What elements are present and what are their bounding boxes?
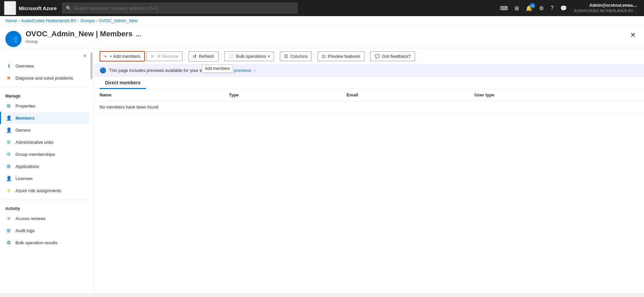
sidebar-item-label-audit-logs: Audit logs — [15, 228, 35, 233]
sidebar-item-azure-role[interactable]: ★ Azure role assignments — [0, 184, 89, 197]
col-name: Name — [94, 89, 223, 101]
bulk-ops-icon: ♻ — [5, 239, 12, 246]
got-feedback-button[interactable]: 💬 Got feedback? — [370, 51, 415, 61]
sidebar-item-bulk-ops[interactable]: ♻ Bulk operation results — [0, 237, 89, 249]
sidebar-item-members[interactable]: 👤 Members — [0, 112, 89, 124]
remove-button[interactable]: ✕ ✕ Remove — [146, 51, 183, 61]
columns-button[interactable]: ☰ Columns — [280, 51, 312, 61]
help-button[interactable]: ? — [548, 3, 556, 13]
group-avatar-icon: 👥 — [9, 35, 18, 43]
group-memberships-icon: ⚙ — [5, 151, 12, 158]
bulk-ops-icon: 📄 — [229, 54, 234, 59]
sidebar-main: « ℹ Overview ✖ Diagnose and solve proble… — [0, 51, 89, 249]
admin-units-icon: ⚙ — [5, 139, 12, 145]
toolbar-divider-4 — [314, 52, 315, 60]
preview-banner-icon: 🔵 — [100, 67, 106, 74]
sidebar-item-diagnose[interactable]: ✖ Diagnose and solve problems — [0, 72, 89, 84]
collapse-icon: « — [83, 52, 86, 58]
toolbar-divider-5 — [367, 52, 368, 60]
feedback-icon-toolbar: 💬 — [375, 54, 380, 59]
search-icon: 🔍 — [66, 6, 71, 11]
search-bar[interactable]: 🔍 — [62, 3, 298, 13]
user-account[interactable]: Admin@ocshost.emea.... AUDIOCODES NETHER… — [571, 3, 640, 13]
applications-icon: ⊞ — [5, 163, 12, 170]
close-button[interactable]: ✕ — [628, 30, 639, 40]
sidebar-item-overview[interactable]: ℹ Overview — [0, 60, 89, 72]
azure-logo: Microsoft Azure — [19, 5, 57, 11]
tab-direct-members[interactable]: Direct members — [100, 77, 146, 89]
toolbar-divider-3 — [277, 52, 277, 60]
empty-message: No members have been found — [94, 101, 644, 113]
breadcrumb-groups[interactable]: Groups — [81, 18, 95, 23]
more-options-button[interactable]: ... — [136, 31, 142, 37]
got-feedback-label: Got feedback? — [382, 54, 411, 59]
breadcrumb-tenant[interactable]: AudioCodes Netherlands BV — [21, 18, 77, 23]
add-members-button[interactable]: + + Add members — [100, 51, 145, 61]
toolbar-divider-1 — [185, 52, 186, 60]
add-members-label: + Add members — [110, 54, 140, 59]
sidebar-item-owners[interactable]: 👤 Owners — [0, 124, 89, 136]
add-members-tooltip: Add members — [202, 65, 233, 73]
sidebar-item-properties[interactable]: ⊞ Properties — [0, 100, 89, 112]
notifications-button[interactable]: 🔔 15 — [523, 3, 535, 13]
sidebar-item-applications[interactable]: ⊞ Applications — [0, 160, 89, 172]
user-org: AUDIOCODES NETHERLANDS BV ... — [574, 8, 637, 13]
breadcrumb: Home › AudioCodes Netherlands BV › Group… — [0, 16, 644, 26]
toolbar: + + Add members ✕ ✕ Remove ↺ Refresh 📄 B… — [94, 48, 644, 65]
breadcrumb-group-name[interactable]: OVOC_Admin_New — [99, 18, 138, 23]
nav-icons: ⌨ ⊞ 🔔 15 ⚙ ? 💬 Admin@ocshost.emea.... AU… — [497, 3, 640, 13]
sidebar-item-label-diagnose: Diagnose and solve problems — [15, 76, 73, 81]
breadcrumb-sep-2: › — [78, 19, 79, 23]
sidebar-item-admin-units[interactable]: ⚙ Administrative units — [0, 136, 89, 148]
sidebar-item-label-properties: Properties — [15, 103, 35, 109]
sidebar-item-audit-logs[interactable]: ⊞ Audit logs — [0, 224, 89, 237]
table-body: No members have been found — [94, 101, 644, 113]
sidebar-collapse-button[interactable]: « — [0, 51, 89, 60]
cloud-shell-button[interactable]: ⌨ — [497, 3, 510, 13]
sidebar-item-group-memberships[interactable]: ⚙ Group memberships — [0, 148, 89, 160]
breadcrumb-sep-3: › — [96, 19, 98, 23]
col-email: Email — [341, 89, 469, 101]
top-navigation: ☰ Microsoft Azure 🔍 ⌨ ⊞ 🔔 15 ⚙ ? 💬 Admin… — [0, 0, 644, 16]
feedback-button[interactable]: 💬 — [558, 3, 570, 13]
preview-banner: 🔵 This page includes previews available … — [94, 65, 644, 77]
page-header: 👥 OVOC_Admin_New | Members ... Group ✕ — [0, 26, 644, 48]
cloud-shell-icon: ⌨ — [500, 5, 508, 11]
table-empty-row: No members have been found — [94, 101, 644, 113]
bulk-operations-button[interactable]: 📄 Bulk operations ▾ — [224, 51, 274, 61]
directory-button[interactable]: ⊞ — [512, 3, 522, 13]
table-content: Name Type Email User type No members hav… — [94, 89, 644, 293]
columns-icon: ☰ — [284, 54, 288, 59]
sidebar-item-access-reviews[interactable]: ≡ Access reviews — [0, 212, 89, 224]
bulk-ops-label: Bulk operations — [236, 54, 266, 59]
sidebar-item-label-access-reviews: Access reviews — [15, 216, 46, 221]
help-icon: ? — [551, 5, 554, 11]
scroll-thumb — [90, 52, 92, 79]
sidebar-scrollbar — [89, 51, 94, 249]
directory-icon: ⊞ — [515, 5, 519, 11]
breadcrumb-home[interactable]: Home — [5, 18, 17, 23]
owners-icon: 👤 — [5, 127, 12, 133]
remove-label: ✕ Remove — [157, 54, 178, 59]
refresh-button[interactable]: ↺ Refresh — [188, 51, 219, 61]
remove-icon: ✕ — [151, 54, 154, 59]
settings-button[interactable]: ⚙ — [536, 3, 546, 13]
refresh-label: Refresh — [199, 54, 214, 59]
search-input[interactable] — [74, 6, 294, 11]
diagnose-icon: ✖ — [5, 75, 12, 81]
notification-badge: 15 — [530, 3, 535, 8]
chevron-down-icon: ▾ — [268, 54, 270, 58]
preview-features-label: Preview features — [328, 54, 360, 59]
hamburger-menu[interactable]: ☰ — [4, 1, 16, 15]
page-subtitle: Group — [26, 39, 623, 48]
sidebar-item-licenses[interactable]: 👤 Licenses — [0, 172, 89, 184]
page-title: OVOC_Admin_New | Members ... — [26, 30, 623, 38]
page-title-text: OVOC_Admin_New | Members — [26, 30, 132, 38]
sidebar: « ℹ Overview ✖ Diagnose and solve proble… — [0, 48, 94, 293]
sidebar-item-label-azure-role: Azure role assignments — [15, 188, 61, 193]
page-header-text: OVOC_Admin_New | Members ... Group — [26, 30, 623, 48]
sidebar-item-label-owners: Owners — [15, 128, 31, 133]
sidebar-divider-2 — [0, 199, 89, 200]
sidebar-item-label-bulk-ops: Bulk operation results — [15, 240, 58, 245]
preview-features-button[interactable]: ⊡ Preview features — [317, 51, 365, 61]
